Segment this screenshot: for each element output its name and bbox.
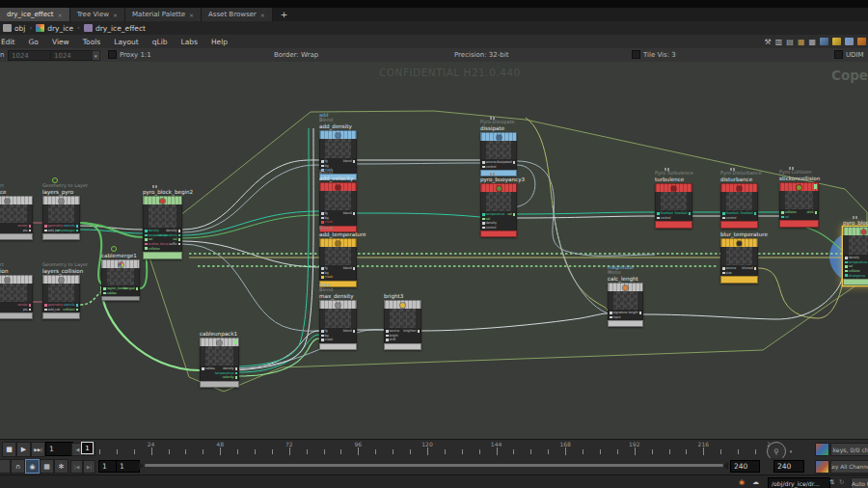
udim-checkbox[interactable] [834, 50, 843, 59]
image-icon[interactable] [845, 38, 854, 45]
prev-key-button[interactable]: |◀ [70, 460, 83, 474]
tab-close-icon[interactable]: × [58, 12, 63, 18]
node-tile[interactable]: sourcebrightshiftbrighten [384, 300, 421, 350]
node-dissipate[interactable]: Pyro Dissipatedissipatesourcecontroldiss… [480, 132, 517, 176]
key-dropdown[interactable]: ▾ [787, 446, 795, 457]
tab-close-icon[interactable]: × [260, 12, 265, 18]
output-port[interactable]: length [629, 311, 641, 315]
refresh-icon[interactable]: ↻ [839, 478, 844, 486]
node-tile[interactable]: temperatureveldensitycontrolvel [480, 183, 517, 237]
cloud-icon[interactable]: ☁ [752, 478, 759, 486]
output-port[interactable]: pts [23, 229, 31, 233]
input-port[interactable]: collision [145, 246, 160, 251]
node-add-temperature[interactable]: Blendadd_temperaturefgbgmaskblend [319, 238, 357, 287]
node-tile[interactable]: sourcecontroldissipated [480, 132, 517, 176]
snapshot-icon[interactable] [820, 38, 828, 45]
node-turbulence[interactable]: Pyro Turbulenceturbulenceflowfieldcontro… [655, 183, 692, 229]
output-port[interactable]: suffix [169, 242, 180, 247]
output-port[interactable]: blend [343, 329, 355, 334]
context-path-field[interactable]: /obj/dry_ice/dr... [768, 477, 830, 488]
node-tile[interactable]: flowfieldcontrolflowfield [720, 183, 758, 229]
anim-layers-icon[interactable] [815, 443, 829, 456]
auto-key-toggle[interactable]: ✻ [54, 459, 68, 474]
output-port[interactable]: blurred [742, 266, 756, 271]
output-port[interactable]: stick [806, 210, 817, 215]
node-import-source[interactable]: rtcegeorenderpts [0, 196, 33, 240]
next-key-button[interactable]: ▶| [83, 460, 95, 474]
range-start-field2[interactable]: 1 [116, 460, 140, 473]
range-end-field2[interactable]: 240 [773, 460, 804, 473]
node-tile[interactable]: fgbgmaskblend [319, 238, 357, 287]
node-tile[interactable]: cablesdensitytemperaturevelocity [200, 338, 239, 388]
tab-tree-view[interactable]: Tree View× [70, 8, 125, 21]
output-port[interactable]: velocity [222, 375, 237, 380]
node-cablemerge1[interactable]: cablemerge1region_bordercablesmerged [101, 259, 140, 301]
output-port[interactable]: collision [63, 308, 78, 312]
input-port[interactable]: divergence [845, 273, 865, 278]
node-add-velocity[interactable]: Blendadd_velocityfgbgmaskblend [319, 182, 357, 232]
tab-close-icon[interactable]: × [189, 12, 194, 18]
output-port[interactable]: flowfield [675, 211, 691, 216]
node-tile[interactable]: region_bordercablesmerged [101, 259, 140, 301]
menu-tools[interactable]: Tools [76, 38, 107, 46]
proxy-checkbox[interactable] [108, 50, 117, 59]
input-port[interactable]: control [722, 216, 736, 221]
node-stickoncollision[interactable]: Pyro Collisionstickoncollisioncollisionv… [779, 182, 819, 228]
breadcrumb-item[interactable]: obj [14, 24, 25, 33]
new-tab-button[interactable]: + [273, 8, 296, 21]
res-width-field[interactable]: 1024 [8, 50, 52, 61]
breadcrumb-item[interactable]: dry_ice [47, 24, 73, 33]
output-port[interactable]: templategeo [55, 229, 78, 233]
node-pyro-block-end[interactable]: pyro_block_end2densitytemperaturevelcoll… [843, 227, 868, 285]
menu-edit[interactable]: Edit [0, 38, 22, 46]
menu-layout[interactable]: Layout [107, 38, 146, 46]
auto-update-dropdown[interactable]: Auto Up [851, 477, 868, 488]
output-port[interactable]: blend [343, 266, 355, 271]
node-tile[interactable]: collisionvelstick [779, 182, 819, 228]
playhead[interactable]: 1 [81, 442, 94, 454]
input-port[interactable]: size [722, 271, 732, 276]
range-slider[interactable] [145, 464, 723, 467]
node-tile[interactable]: georenderpts [0, 275, 33, 319]
node-calc-lenght[interactable]: magnitudeMonocalc_lenghtsignatureinputle… [608, 283, 643, 327]
input-port[interactable]: shift [386, 338, 395, 342]
node-disturbance[interactable]: Pyro Disturbancedisturbanceflowfieldcont… [720, 183, 758, 229]
node-tile[interactable]: sourcesizeblurred [720, 238, 758, 284]
input-port[interactable]: mask [321, 220, 333, 225]
breadcrumb-item[interactable]: dry_ice_effect [95, 24, 146, 33]
sort-icon[interactable]: ⇅ [829, 478, 834, 486]
menu-help[interactable]: Help [204, 38, 234, 46]
grid-icon[interactable]: ▦ [808, 38, 816, 46]
loop-mode-button[interactable]: ◉ [25, 459, 40, 474]
list-icon[interactable]: ▤ [786, 38, 794, 46]
node-tile[interactable]: geometryadd_catstencilscollision [42, 275, 80, 319]
node-max-density[interactable]: maxBlendmax_densityfgbgmaskblend [319, 300, 357, 350]
cut-button[interactable] [0, 459, 11, 474]
output-port[interactable]: blend [343, 159, 355, 164]
node-tile[interactable]: flowfieldcontrolflowfield [655, 183, 692, 229]
message-dot-icon[interactable]: ◉ [739, 478, 745, 486]
output-port[interactable]: vel [507, 212, 515, 217]
range-start-field[interactable]: 1 [98, 460, 117, 473]
output-port[interactable]: merged [122, 286, 138, 291]
grid-color-icon[interactable]: ▦ [798, 38, 805, 46]
node-add-density[interactable]: addBlendadd_densityfgbgmaskblend [319, 130, 357, 180]
range-slider-left-handle[interactable] [139, 462, 144, 470]
res-preset-dropdown[interactable]: ▾ [92, 50, 100, 61]
tab-close-icon[interactable]: × [113, 12, 118, 18]
keys-info-button[interactable]: 0 keys, 0/0 chan [830, 443, 868, 456]
node-tile[interactable]: densitytemperaturevelscatter_tempcollisi… [143, 196, 182, 259]
folder-icon[interactable] [857, 38, 866, 45]
input-port[interactable]: control [657, 216, 670, 221]
input-port[interactable]: cables [202, 366, 215, 371]
node-bright3[interactable]: bright3sourcebrightshiftbrighten [384, 300, 421, 350]
channel-editor-icon[interactable] [815, 460, 829, 474]
realtime-toggle[interactable]: ∩ [11, 459, 25, 474]
input-port[interactable]: mask [321, 275, 333, 280]
range-end-field[interactable]: 240 [730, 460, 760, 473]
input-port[interactable]: control [482, 226, 496, 230]
network-editor[interactable]: CONFIDENTIAL H21.0.440 Copern rtcegeoren… [0, 62, 868, 439]
tab-asset-browser[interactable]: Asset Browser× [202, 8, 273, 21]
node-tile[interactable]: georenderpts [0, 196, 33, 240]
range-slider-right-handle[interactable] [723, 462, 728, 470]
